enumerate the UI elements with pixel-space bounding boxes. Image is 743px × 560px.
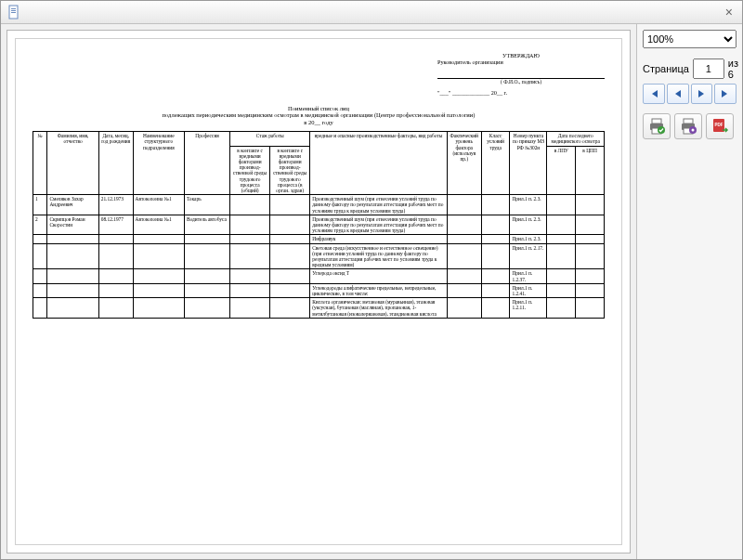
table-row: ИнфразвукПрил.1 п. 2.3. xyxy=(33,235,605,243)
svg-rect-9 xyxy=(684,119,693,124)
svg-rect-5 xyxy=(652,119,661,124)
action-buttons: PDF xyxy=(643,113,736,139)
svg-text:PDF: PDF xyxy=(715,123,723,127)
approve-sign-hint: ( Ф.И.О., подпись) xyxy=(437,79,605,85)
report-title: Поименный список лиц подлежащих периодич… xyxy=(33,105,605,125)
table-header: № Фамилия, имя, отчество Дата, месяц, го… xyxy=(33,132,605,195)
zoom-control: 100% xyxy=(643,30,736,48)
table-row: Углеводороды алифатические предельные, н… xyxy=(33,283,605,297)
page-label: Страница xyxy=(643,63,689,74)
first-page-button[interactable] xyxy=(643,84,665,104)
print-settings-button[interactable] xyxy=(674,113,702,139)
table-row: 1Смеляков Захар Андреевич21.12.1973Авток… xyxy=(33,195,605,215)
table-row: 2Скрипцов Роман Скоростин08.12.1977Авток… xyxy=(33,215,605,235)
table-row: Световая среда (искусственное и естестве… xyxy=(33,243,605,269)
table-row: Кислота органическая: метановая (муравьи… xyxy=(33,298,605,319)
svg-rect-1 xyxy=(11,8,16,9)
report-page: УТВЕРЖДАЮ Руководитель организации ( Ф.И… xyxy=(15,38,622,545)
print-button[interactable] xyxy=(643,113,671,139)
print-preview-window: × УТВЕРЖДАЮ Руководитель организации ( Ф… xyxy=(0,0,743,560)
next-page-button[interactable] xyxy=(691,84,713,104)
close-icon[interactable]: × xyxy=(722,5,736,20)
svg-rect-2 xyxy=(11,10,16,11)
svg-rect-3 xyxy=(11,12,16,13)
export-pdf-button[interactable]: PDF xyxy=(706,113,734,139)
table-row: Углерода оксид ТПрил.1 п. 1.2.37. xyxy=(33,269,605,283)
approve-title: УТВЕРЖДАЮ xyxy=(437,52,605,59)
approve-block: УТВЕРЖДАЮ Руководитель организации ( Ф.И… xyxy=(437,52,605,96)
approve-date: "___" _____________ 20__ г. xyxy=(437,89,605,96)
zoom-select[interactable]: 100% xyxy=(643,30,736,48)
approve-role: Руководитель организации xyxy=(437,59,605,65)
report-table: № Фамилия, имя, отчество Дата, месяц, го… xyxy=(33,131,605,319)
last-page-button[interactable] xyxy=(714,84,736,104)
page-input[interactable] xyxy=(693,59,724,79)
menubar: × xyxy=(1,1,742,24)
page-navigation: Страница из 6 xyxy=(643,58,736,104)
preview-pane: УТВЕРЖДАЮ Руководитель организации ( Ф.И… xyxy=(7,30,631,553)
prev-page-button[interactable] xyxy=(667,84,689,104)
document-icon xyxy=(7,5,21,20)
svg-point-12 xyxy=(692,129,695,132)
sidebar: 100% Страница из 6 xyxy=(636,24,742,559)
